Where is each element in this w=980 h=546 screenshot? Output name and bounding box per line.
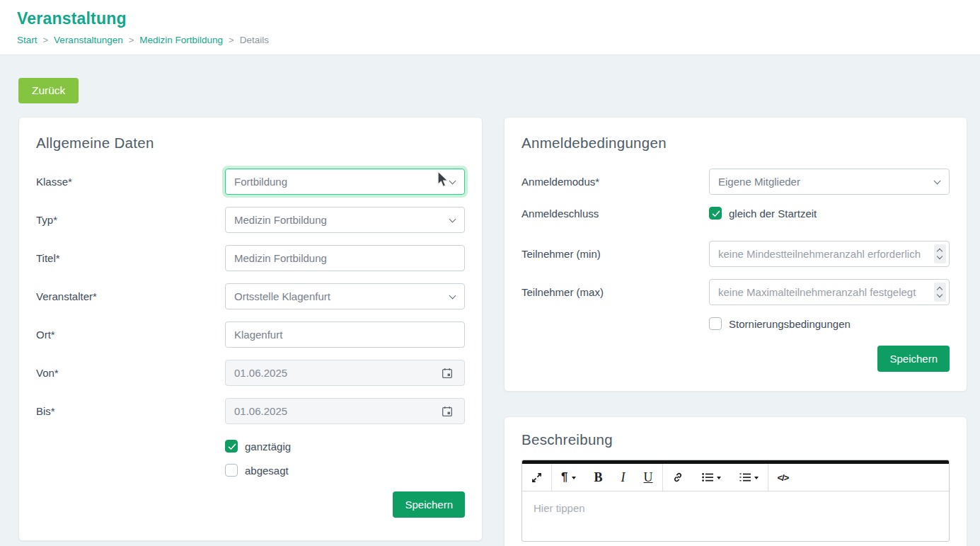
field-row-klasse: Klasse* Fortbildung (36, 169, 465, 195)
abgesagt-checkbox[interactable] (225, 464, 238, 477)
number-spinner-icon[interactable] (934, 283, 946, 302)
veranstalter-select[interactable]: Ortsstelle Klagenfurt (225, 283, 465, 309)
save-button-anmelde[interactable]: Speichern (877, 346, 950, 372)
anmeldemodus-label: Anmeldemodus* (521, 176, 709, 188)
anmeldemodus-select[interactable]: Eigene Mitglieder (709, 169, 950, 195)
titel-label: Titel* (36, 252, 225, 264)
veranstalter-select-value: Ortsstelle Klagenfurt (234, 290, 330, 302)
chevron-down-icon (449, 216, 456, 223)
chevron-down-icon (449, 292, 456, 300)
back-button[interactable]: Zurück (18, 78, 79, 103)
field-row-bis: Bis* 01.06.2025 (36, 398, 465, 424)
bold-button[interactable]: B (585, 464, 612, 491)
klasse-label: Klasse* (36, 176, 225, 188)
underline-button[interactable]: U (635, 464, 662, 491)
ganztaegig-row: ganztägig (225, 440, 465, 453)
typ-select[interactable]: Medizin Fortbildung (225, 207, 465, 233)
caret-down-icon (717, 477, 721, 479)
bis-date-value: 01.06.2025 (234, 405, 287, 417)
stornierung-checkbox-row: Stornierungsbedingungen (709, 317, 950, 330)
code-view-button[interactable]: </> (768, 464, 798, 491)
breadcrumb-medizin-fortbildung[interactable]: Medizin Fortbildung (139, 35, 223, 45)
field-row-titel: Titel* (36, 245, 465, 271)
page-header: Veranstaltung Start > Veranstaltungen > … (0, 0, 980, 55)
editor-placeholder: Hier tippen (534, 502, 585, 514)
caret-down-icon (572, 477, 576, 479)
unordered-list-button[interactable] (693, 464, 730, 491)
typ-label: Typ* (36, 214, 225, 226)
field-row-von: Von* 01.06.2025 (36, 360, 465, 386)
calendar-icon[interactable] (437, 360, 457, 385)
beschreibung-card: Beschreibung ¶ (504, 416, 967, 546)
field-row-anmeldemodus: Anmeldemodus* Eigene Mitglieder (521, 169, 950, 195)
anmeldemodus-select-value: Eigene Mitglieder (718, 176, 800, 188)
page-title: Veranstaltung (17, 9, 963, 28)
teilnehmer-max-label: Teilnehmer (max) (521, 286, 709, 298)
field-row-stornierung: Stornierungsbedingungen (521, 317, 950, 330)
calendar-icon[interactable] (437, 399, 457, 423)
von-label: Von* (36, 367, 225, 379)
paragraph-icon: ¶ (561, 470, 567, 484)
beschreibung-title: Beschreibung (521, 431, 950, 448)
breadcrumb-separator: > (229, 35, 234, 45)
content-area: Zurück Allgemeine Daten Klasse* Fortbild… (0, 55, 980, 546)
field-row-typ: Typ* Medizin Fortbildung (36, 207, 465, 233)
breadcrumb: Start > Veranstaltungen > Medizin Fortbi… (17, 35, 963, 45)
teilnehmer-max-input-wrap (709, 279, 950, 305)
anmeldebedingungen-title: Anmeldebedingungen (521, 135, 950, 152)
stornierung-checkbox[interactable] (709, 317, 722, 330)
von-date-input[interactable]: 01.06.2025 (225, 360, 465, 386)
field-row-anmeldeschluss: Anmeldeschluss gleich der Startzeit (521, 207, 950, 220)
italic-button[interactable]: I (612, 464, 635, 491)
klasse-select[interactable]: Fortbildung (225, 169, 465, 195)
editor-toolbar: ¶ B I U (522, 464, 949, 491)
veranstalter-label: Veranstalter* (36, 290, 225, 302)
field-row-teilnehmer-min: Teilnehmer (min) (521, 241, 950, 267)
titel-input-wrap (225, 245, 465, 271)
titel-input[interactable] (234, 252, 443, 264)
paragraph-style-button[interactable]: ¶ (552, 464, 584, 491)
chevron-down-icon (934, 178, 941, 185)
caret-down-icon (754, 477, 759, 479)
anmeldeschluss-checkbox-label: gleich der Startzeit (729, 207, 817, 220)
number-spinner-icon[interactable] (934, 244, 946, 263)
ort-label: Ort* (36, 329, 225, 341)
bis-date-input[interactable]: 01.06.2025 (225, 398, 465, 424)
abgesagt-row: abgesagt (225, 464, 465, 477)
breadcrumb-details: Details (240, 35, 269, 45)
field-row-teilnehmer-max: Teilnehmer (max) (521, 279, 950, 305)
allgemeine-daten-card: Allgemeine Daten Klasse* Fortbildung Typ… (18, 117, 483, 541)
rich-text-editor: ¶ B I U (521, 460, 950, 542)
typ-select-value: Medizin Fortbildung (234, 214, 327, 226)
klasse-select-value: Fortbildung (234, 176, 287, 188)
field-row-ort: Ort* (36, 322, 465, 348)
teilnehmer-max-input[interactable] (718, 286, 929, 298)
anmeldebedingungen-card: Anmeldebedingungen Anmeldemodus* Eigene … (504, 117, 967, 392)
chevron-down-icon (449, 178, 456, 185)
link-button[interactable] (663, 464, 693, 491)
teilnehmer-min-label: Teilnehmer (min) (521, 248, 709, 260)
stornierung-label: Stornierungsbedingungen (729, 318, 851, 330)
anmeldeschluss-checkbox[interactable] (709, 207, 722, 220)
ort-input[interactable] (234, 329, 443, 341)
anmeldeschluss-label: Anmeldeschluss (521, 207, 709, 220)
breadcrumb-veranstaltungen[interactable]: Veranstaltungen (54, 35, 123, 45)
ordered-list-button[interactable] (730, 464, 768, 491)
teilnehmer-min-input-wrap (709, 241, 950, 267)
ganztaegig-checkbox[interactable] (225, 440, 238, 453)
fullscreen-button[interactable] (522, 464, 551, 491)
von-date-value: 01.06.2025 (234, 367, 287, 379)
breadcrumb-start[interactable]: Start (17, 35, 38, 45)
field-row-veranstalter: Veranstalter* Ortsstelle Klagenfurt (36, 283, 465, 309)
breadcrumb-separator: > (43, 35, 49, 45)
anmeldeschluss-checkbox-row: gleich der Startzeit (709, 207, 950, 220)
breadcrumb-separator: > (129, 35, 134, 45)
save-button-allgemeine[interactable]: Speichern (393, 491, 465, 518)
bis-label: Bis* (36, 405, 225, 417)
allgemeine-daten-title: Allgemeine Daten (36, 135, 465, 152)
ganztaegig-label: ganztägig (245, 440, 291, 453)
ort-input-wrap (225, 322, 465, 348)
abgesagt-label: abgesagt (245, 465, 289, 477)
editor-content-area[interactable]: Hier tippen (522, 491, 949, 541)
teilnehmer-min-input[interactable] (718, 248, 929, 260)
